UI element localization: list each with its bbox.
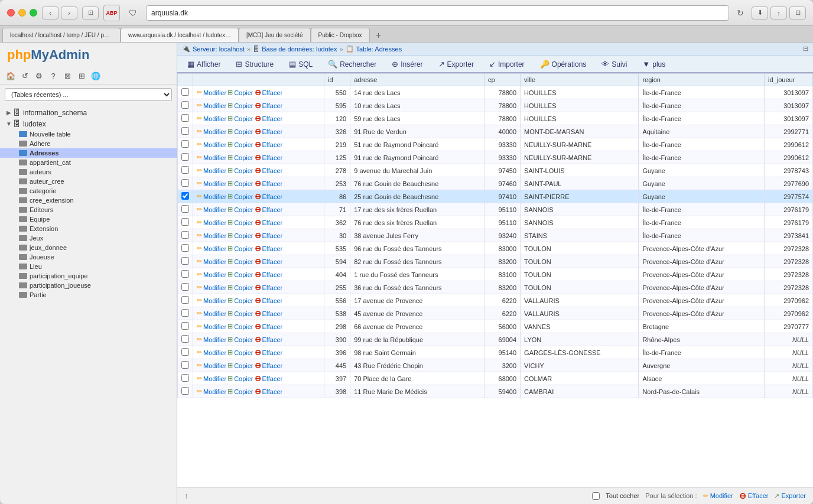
table-participation-joueuse[interactable]: participation_joueuse	[0, 281, 177, 290]
edit-link[interactable]: ✏ Modifier	[197, 219, 226, 226]
bottom-export-button[interactable]: ↗ Exporter	[774, 492, 806, 500]
tab-localhost[interactable]: localhost / localhost / temp / JEU / php…	[2, 28, 121, 42]
row-checkbox[interactable]	[181, 127, 189, 135]
row-checkbox[interactable]	[181, 231, 189, 239]
delete-link[interactable]: ⊖ Effacer	[255, 387, 283, 396]
help-icon[interactable]: ?	[47, 70, 59, 82]
copy-link[interactable]: ⊞ Copier	[227, 349, 253, 356]
row-checkbox[interactable]	[181, 88, 189, 96]
table-lieu[interactable]: Lieu	[0, 262, 177, 271]
link-icon[interactable]: 🌐	[90, 70, 102, 82]
row-checkbox[interactable]	[181, 257, 189, 265]
table-jeux[interactable]: Jeux	[0, 233, 177, 243]
delete-link[interactable]: ⊖ Effacer	[255, 322, 283, 331]
row-checkbox[interactable]	[181, 283, 189, 291]
table-editeurs[interactable]: Editeurs	[0, 205, 177, 214]
edit-link[interactable]: ✏ Modifier	[197, 349, 226, 356]
edit-link[interactable]: ✏ Modifier	[197, 115, 226, 122]
tab-importer[interactable]: ↙ Importer	[482, 56, 532, 72]
server-link[interactable]: Serveur: localhost	[193, 45, 245, 53]
edit-link[interactable]: ✏ Modifier	[197, 310, 226, 317]
delete-link[interactable]: ⊖ Effacer	[255, 283, 283, 292]
copy-link[interactable]: ⊞ Copier	[227, 245, 253, 252]
recent-tables-select[interactable]: (Tables récentes) ...	[5, 88, 172, 101]
delete-link[interactable]: ⊖ Effacer	[255, 153, 283, 162]
reload-icon[interactable]: ↺	[19, 70, 31, 82]
share-button[interactable]: ↑	[770, 6, 787, 19]
row-checkbox[interactable]	[181, 140, 189, 148]
tab-exporter[interactable]: ↗ Exporter	[431, 56, 482, 72]
address-bar[interactable]: arquusia.dk	[146, 5, 729, 21]
row-checkbox[interactable]	[181, 335, 189, 343]
edit-link[interactable]: ✏ Modifier	[197, 89, 226, 96]
delete-link[interactable]: ⊖ Effacer	[255, 361, 283, 370]
edit-link[interactable]: ✏ Modifier	[197, 375, 226, 382]
shield-icon[interactable]: 🛡	[125, 5, 141, 21]
delete-link[interactable]: ⊖ Effacer	[255, 114, 283, 123]
delete-link[interactable]: ⊖ Effacer	[255, 244, 283, 253]
maximize-button[interactable]	[30, 9, 37, 17]
edit-link[interactable]: ✏ Modifier	[197, 232, 226, 239]
copy-link[interactable]: ⊞ Copier	[227, 336, 253, 343]
back-button[interactable]: ‹	[42, 6, 58, 19]
tab-arquusia[interactable]: www.arquusia.dk / localhost / ludotex / …	[121, 28, 239, 42]
edit-link[interactable]: ✏ Modifier	[197, 141, 226, 148]
copy-link[interactable]: ⊞ Copier	[227, 232, 253, 239]
copy-link[interactable]: ⊞ Copier	[227, 193, 253, 200]
row-checkbox[interactable]	[181, 179, 189, 187]
copy-link[interactable]: ⊞ Copier	[227, 310, 253, 317]
tab-mcd[interactable]: [MCD] Jeu de société	[239, 28, 311, 42]
edit-link[interactable]: ✏ Modifier	[197, 336, 226, 343]
edit-link[interactable]: ✏ Modifier	[197, 154, 226, 161]
row-checkbox[interactable]	[181, 361, 189, 369]
table-cree-extension[interactable]: cree_extension	[0, 196, 177, 205]
edit-link[interactable]: ✏ Modifier	[197, 167, 226, 174]
table-categorie[interactable]: categorie	[0, 186, 177, 196]
db-ludotex[interactable]: ▼ 🗄 ludotex	[0, 118, 177, 129]
table-auteurs[interactable]: auteurs	[0, 167, 177, 177]
copy-link[interactable]: ⊞ Copier	[227, 323, 253, 330]
copy-link[interactable]: ⊞ Copier	[227, 271, 253, 278]
copy-link[interactable]: ⊞ Copier	[227, 154, 253, 161]
edit-link[interactable]: ✏ Modifier	[197, 388, 226, 395]
table-auteur-cree[interactable]: auteur_cree	[0, 177, 177, 186]
row-checkbox[interactable]	[181, 348, 189, 356]
tab-dropbox[interactable]: Public - Dropbox	[311, 28, 370, 42]
row-checkbox[interactable]	[181, 296, 189, 304]
delete-link[interactable]: ⊖ Effacer	[255, 335, 283, 344]
edit-link[interactable]: ✏ Modifier	[197, 180, 226, 187]
table-extension[interactable]: Extension	[0, 224, 177, 233]
row-checkbox[interactable]	[181, 101, 189, 109]
copy-link[interactable]: ⊞ Copier	[227, 128, 253, 135]
collapse-button[interactable]: ⊟	[803, 45, 808, 53]
tab-plus[interactable]: ▼ plus	[635, 56, 673, 72]
table-adhere[interactable]: Adhere	[0, 139, 177, 148]
row-checkbox[interactable]	[181, 374, 189, 382]
copy-link[interactable]: ⊞ Copier	[227, 258, 253, 265]
copy-link[interactable]: ⊞ Copier	[227, 297, 253, 304]
tab-rechercher[interactable]: 🔍 Rechercher	[320, 56, 384, 72]
copy-link[interactable]: ⊞ Copier	[227, 284, 253, 291]
delete-link[interactable]: ⊖ Effacer	[255, 348, 283, 357]
table-jeux-donnee[interactable]: jeux_donnee	[0, 243, 177, 252]
delete-link[interactable]: ⊖ Effacer	[255, 374, 283, 383]
edit-link[interactable]: ✏ Modifier	[197, 206, 226, 213]
edit-link[interactable]: ✏ Modifier	[197, 102, 226, 109]
tab-inserer[interactable]: ⊕ Insérer	[384, 56, 430, 72]
row-checkbox[interactable]	[181, 387, 189, 395]
reload-button[interactable]: ↻	[734, 6, 747, 19]
copy-link[interactable]: ⊞ Copier	[227, 388, 253, 395]
copy-link[interactable]: ⊞ Copier	[227, 375, 253, 382]
tab-afficher[interactable]: ▦ Afficher	[180, 56, 228, 72]
check-all-checkbox[interactable]	[592, 492, 600, 500]
delete-link[interactable]: ⊖ Effacer	[255, 101, 283, 110]
delete-link[interactable]: ⊖ Effacer	[255, 179, 283, 188]
tab-view-button[interactable]: ⊡	[82, 6, 99, 19]
row-checkbox[interactable]	[181, 166, 189, 174]
edit-link[interactable]: ✏ Modifier	[197, 323, 226, 330]
table-appartient-cat[interactable]: appartient_cat	[0, 158, 177, 167]
table-adresses[interactable]: Adresses	[0, 148, 177, 158]
home-icon[interactable]: 🏠	[5, 70, 17, 82]
copy-link[interactable]: ⊞ Copier	[227, 180, 253, 187]
row-checkbox[interactable]	[181, 244, 189, 252]
